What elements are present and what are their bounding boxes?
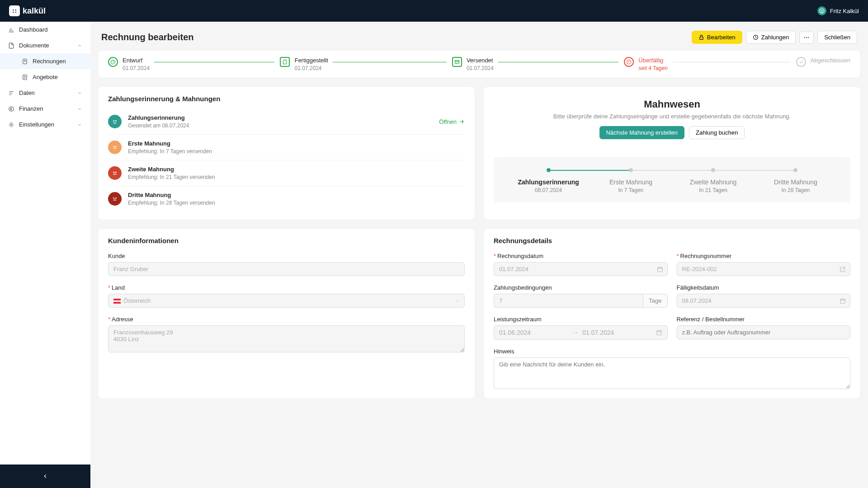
status-connector	[498, 62, 618, 62]
chevron-up-icon	[77, 43, 82, 48]
nav-label: Einstellungen	[19, 121, 54, 128]
chevron-down-icon	[77, 106, 82, 112]
details-card: Rechnungsdetails *Rechnungsdatum *Rechnu…	[483, 228, 861, 399]
period-from: 01.06.2024	[499, 329, 569, 336]
face-neutral-icon	[108, 141, 122, 154]
more-button[interactable]	[799, 31, 814, 44]
reference-input[interactable]	[677, 325, 851, 339]
status-timeline: Entwurf 01.07.2024 Fertiggestellt 01.07.…	[98, 50, 861, 78]
sidebar-collapse[interactable]	[0, 465, 90, 488]
calendar-icon	[657, 266, 663, 272]
file-icon	[280, 57, 290, 67]
chevron-down-icon	[454, 298, 459, 304]
dunning-sub: Empfehlung: In 28 Tagen versenden	[128, 200, 465, 206]
user-avatar-icon	[817, 6, 826, 15]
svg-point-2	[822, 10, 823, 11]
button-label: Schließen	[824, 34, 850, 41]
customer-card: Kundeninformationen Kunde *Land Österrei…	[98, 228, 475, 399]
list-icon	[8, 90, 14, 96]
svg-point-5	[9, 106, 14, 111]
section-title: Rechnungsdetails	[494, 237, 850, 244]
nav-invoices[interactable]: Rechnungen	[0, 53, 90, 69]
payment-terms-input[interactable]	[494, 294, 643, 308]
nav-finance[interactable]: Finanzen	[0, 101, 90, 117]
dunning-row-reminder: Zahlungserinnerung Gesendet am 08.07.202…	[108, 109, 465, 135]
dunning-open-link[interactable]: Öffnen	[439, 118, 465, 125]
dot-icon	[793, 168, 797, 172]
status-label: Versendet	[467, 57, 494, 64]
connector	[548, 170, 631, 171]
chevron-left-icon	[42, 473, 48, 479]
status-date: seit 4 Tagen	[638, 65, 668, 71]
dunning-row-first: Erste Mahnung Empfehlung: In 7 Tagen ver…	[108, 135, 465, 160]
mahn-label: Dritte Mahnung	[755, 178, 837, 186]
calendar-icon	[840, 298, 846, 304]
period-to: 01.07.2024	[582, 329, 652, 336]
user-menu[interactable]: Fritz Kalkül	[817, 6, 859, 15]
status-connector	[154, 62, 274, 62]
mahn-step-second: Zweite Mahnung In 21 Tagen	[672, 168, 755, 193]
country-select[interactable]: Österreich	[108, 294, 465, 308]
flag-austria-icon	[113, 299, 121, 304]
create-dunning-button[interactable]: Nächste Mahnung erstellen	[599, 126, 684, 139]
label-country: *Land	[108, 284, 465, 291]
mahnwesen-desc: Bitte überprüfe deine Zahlungseingänge u…	[494, 113, 850, 120]
nav-offers[interactable]: Angebote	[0, 69, 90, 85]
label-note: Hinweis	[494, 348, 850, 355]
svg-rect-25	[656, 331, 661, 335]
top-header: ∷ kalkül Fritz Kalkül	[0, 0, 868, 22]
dunning-row-third: Dritte Mahnung Empfehlung: In 28 Tagen v…	[108, 186, 465, 211]
svg-point-22	[116, 198, 116, 199]
button-label: Nächste Mahnung erstellen	[606, 129, 678, 136]
chevron-down-icon	[77, 90, 82, 96]
address-textarea[interactable]: Franzosenhausweg 29 4030 Linz	[108, 325, 465, 352]
mahn-date: In 21 Tagen	[672, 187, 755, 193]
nav-data[interactable]: Daten	[0, 85, 90, 101]
brand-logo[interactable]: ∷ kalkül	[9, 5, 46, 16]
label-number: *Rechnungsnummer	[677, 253, 851, 259]
svg-point-10	[806, 37, 807, 38]
close-button[interactable]: Schließen	[817, 31, 857, 44]
svg-rect-7	[700, 37, 703, 39]
payments-button[interactable]: Zahlungen	[746, 31, 796, 44]
svg-point-19	[113, 172, 114, 173]
mahn-step-third: Dritte Mahnung In 28 Tagen	[755, 168, 837, 193]
label-text: Land	[112, 284, 125, 291]
link-label: Öffnen	[439, 118, 457, 125]
alert-icon	[624, 57, 634, 67]
section-title: Zahlungserinnerung & Mahnungen	[108, 95, 465, 103]
nav-dashboard[interactable]: Dashboard	[0, 22, 90, 38]
customer-input[interactable]	[108, 262, 465, 276]
label-due: Fälligkeitsdatum	[677, 284, 851, 291]
invoice-date-input[interactable]	[494, 262, 668, 276]
arrow-right-icon: →	[572, 329, 579, 336]
page-header: Rechnung bearbeiten Bearbeiten Zahlungen…	[98, 29, 861, 50]
label-customer: Kunde	[108, 253, 465, 259]
brand-name: kalkül	[23, 6, 46, 16]
check-icon	[796, 57, 806, 67]
status-step-done: Fertiggestellt 01.07.2024	[280, 57, 446, 71]
status-step-sent: Versendet 01.07.2024	[452, 57, 618, 71]
label-text: Adresse	[112, 316, 133, 323]
euro-icon	[8, 106, 14, 112]
book-payment-button[interactable]: Zahlung buchen	[689, 126, 745, 139]
nav-settings[interactable]: Einstellungen	[0, 117, 90, 132]
calendar-icon	[656, 329, 662, 336]
svg-point-15	[113, 121, 114, 122]
note-textarea[interactable]	[494, 357, 850, 389]
gear-icon	[8, 122, 14, 128]
nav-label: Dokumente	[19, 42, 49, 49]
nav-documents[interactable]: Dokumente	[0, 38, 90, 53]
edit-button[interactable]: Bearbeiten	[692, 31, 742, 44]
dunning-title: Erste Mahnung	[128, 140, 465, 147]
status-step-draft: Entwurf 01.07.2024	[108, 57, 274, 71]
service-period-input[interactable]: 01.06.2024 → 01.07.2024	[494, 325, 668, 340]
status-date: 01.07.2024	[123, 65, 150, 71]
sidebar: Dashboard Dokumente Rechnungen Angebote …	[0, 22, 90, 488]
status-label: Abgeschlossen	[811, 57, 850, 64]
page-title: Rechnung bearbeiten	[101, 32, 193, 42]
svg-point-0	[820, 9, 824, 13]
arrow-right-icon	[458, 118, 465, 125]
due-date-input[interactable]	[677, 294, 851, 308]
invoice-number-input[interactable]	[677, 262, 851, 276]
